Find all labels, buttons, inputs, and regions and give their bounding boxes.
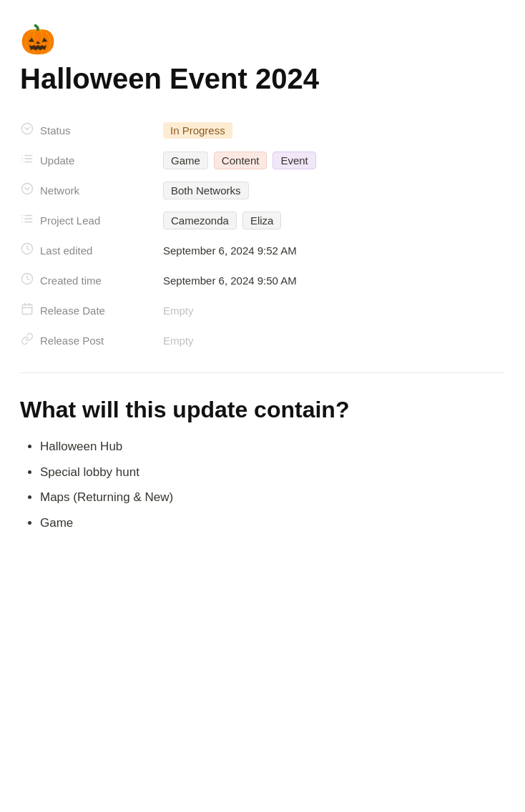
divider [20,372,505,373]
property-value-network[interactable]: Both Networks [163,182,505,199]
circle-down-icon [20,122,34,138]
svg-point-7 [22,184,33,194]
bullet-list: Halloween HubSpecial lobby huntMaps (Ret… [20,437,505,532]
svg-rect-16 [22,304,32,315]
property-row-update[interactable]: UpdateGameContentEvent [20,145,505,175]
property-value-last-edited[interactable]: September 6, 2024 9:52 AM [163,244,505,257]
property-label-text-status: Status [40,124,71,137]
property-label-project-lead: Project Lead [20,212,163,228]
property-label-release-date: Release Date [20,302,163,318]
property-label-text-network: Network [40,184,79,197]
list-item: Game [40,514,505,533]
property-row-release-date[interactable]: Release DateEmpty [20,295,505,325]
date-value-created-time: September 6, 2024 9:50 AM [163,274,297,287]
property-label-text-project-lead: Project Lead [40,214,100,227]
property-value-created-time[interactable]: September 6, 2024 9:50 AM [163,274,505,287]
properties-section: StatusIn Progress UpdateGameContentEvent… [20,115,505,355]
tag-game[interactable]: Game [163,152,208,169]
property-value-project-lead[interactable]: CamezondaEliza [163,212,505,229]
tag-content[interactable]: Content [214,152,268,169]
tag-in-progress[interactable]: In Progress [163,122,232,139]
empty-value-release-date[interactable]: Empty [163,304,194,317]
property-label-release-post: Release Post [20,332,163,348]
property-label-text-created-time: Created time [40,274,102,287]
property-label-update: Update [20,152,163,168]
date-value-last-edited: September 6, 2024 9:52 AM [163,244,297,257]
tag-eliza[interactable]: Eliza [242,212,282,229]
property-value-update[interactable]: GameContentEvent [163,152,505,169]
list-item: Halloween Hub [40,437,505,456]
property-label-text-release-date: Release Date [40,304,105,317]
clock-icon [20,272,34,288]
property-row-last-edited[interactable]: Last editedSeptember 6, 2024 9:52 AM [20,235,505,265]
list-item: Maps (Returning & New) [40,488,505,507]
property-label-created-time: Created time [20,272,163,288]
property-row-created-time[interactable]: Created timeSeptember 6, 2024 9:50 AM [20,265,505,295]
property-row-release-post[interactable]: Release PostEmpty [20,325,505,355]
property-value-release-post[interactable]: Empty [163,335,505,347]
property-label-network: Network [20,182,163,198]
tag-event[interactable]: Event [273,152,315,169]
page-icon: 🎃 [20,23,505,56]
property-value-status[interactable]: In Progress [163,122,505,139]
property-value-release-date[interactable]: Empty [163,304,505,317]
property-row-network[interactable]: NetworkBoth Networks [20,175,505,205]
clock-icon [20,242,34,258]
property-label-text-release-post: Release Post [40,335,104,347]
property-label-last-edited: Last edited [20,242,163,258]
tag-camezonda[interactable]: Camezonda [163,212,237,229]
property-label-text-last-edited: Last edited [40,244,92,257]
svg-point-0 [22,124,33,134]
property-label-text-update: Update [40,154,74,167]
page-title: Halloween Event 2024 [20,62,505,95]
link-icon [20,332,34,348]
tag-both-networks[interactable]: Both Networks [163,182,249,199]
property-row-project-lead[interactable]: Project LeadCamezondaEliza [20,205,505,235]
list-icon [20,152,34,168]
property-label-status: Status [20,122,163,138]
list-icon [20,212,34,228]
section-heading: What will this update contain? [20,396,505,423]
property-row-status[interactable]: StatusIn Progress [20,115,505,145]
calendar-icon [20,302,34,318]
circle-down-icon [20,182,34,198]
empty-value-release-post[interactable]: Empty [163,335,194,347]
list-item: Special lobby hunt [40,463,505,482]
